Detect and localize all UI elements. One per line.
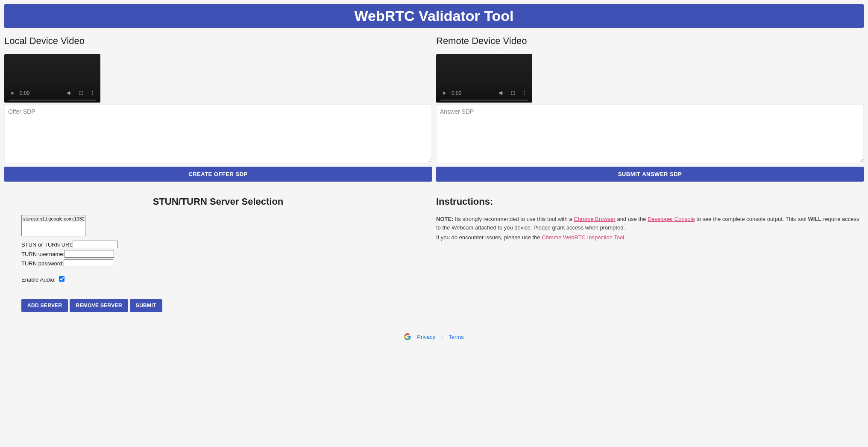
add-server-button[interactable]: ADD SERVER: [21, 299, 68, 312]
more-icon[interactable]: [88, 89, 96, 97]
more-icon[interactable]: [520, 89, 528, 97]
submit-answer-sdp-button[interactable]: SUBMIT ANSWER SDP: [436, 167, 864, 182]
google-logo-icon: [404, 333, 411, 340]
remote-video-time: 0:00: [452, 90, 461, 96]
offer-sdp-textarea[interactable]: [4, 104, 432, 163]
turn-password-label: TURN password:: [21, 260, 64, 267]
local-video-player[interactable]: 0:00: [4, 54, 100, 103]
page-title-bar: WebRTC Validator Tool: [4, 4, 864, 28]
instr-text-5: If you do encounter issues, please use t…: [436, 234, 542, 241]
instr-strong-will: WILL: [808, 216, 822, 222]
remote-video-progress[interactable]: [440, 100, 528, 101]
note-label: NOTE:: [436, 216, 453, 222]
local-column: Local Device Video 0:00: [4, 35, 432, 312]
stun-turn-uri-input[interactable]: [73, 241, 118, 248]
local-video-heading: Local Device Video: [4, 35, 432, 47]
svg-point-5: [524, 94, 525, 95]
instr-text-2: and use the: [616, 216, 648, 222]
remote-video-player[interactable]: 0:00: [436, 54, 532, 103]
fullscreen-icon[interactable]: [77, 89, 85, 97]
privacy-link[interactable]: Privacy: [417, 334, 435, 340]
server-selection-heading: STUN/TURN Server Selection: [4, 196, 432, 207]
remote-video-heading: Remote Device Video: [436, 35, 864, 47]
svg-point-1: [92, 93, 93, 94]
local-video-progress[interactable]: [9, 100, 96, 101]
remote-column: Remote Device Video 0:00: [436, 35, 864, 312]
answer-sdp-textarea[interactable]: [436, 104, 864, 163]
play-icon[interactable]: [9, 89, 16, 97]
page-footer: Privacy | Terms: [4, 333, 864, 340]
page-title-text: WebRTC Validator Tool: [355, 8, 514, 24]
volume-icon[interactable]: [66, 89, 74, 97]
svg-point-3: [524, 91, 525, 92]
server-listbox[interactable]: stun:stun1.l.google.com:19302: [21, 215, 85, 236]
webrtc-inspection-tool-link[interactable]: Chrome WebRTC Inspection Tool: [542, 234, 624, 241]
instr-text-1: Its strongly recommended to use this too…: [453, 216, 574, 222]
enable-audio-label: Enable Audio:: [21, 276, 56, 283]
turn-username-input[interactable]: [65, 250, 114, 258]
turn-password-input[interactable]: [64, 259, 113, 267]
submit-server-button[interactable]: SUBMIT: [130, 299, 162, 312]
instructions-heading: Instructions:: [436, 196, 864, 207]
enable-audio-checkbox[interactable]: [59, 276, 65, 282]
play-icon[interactable]: [440, 89, 448, 97]
developer-console-link[interactable]: Developer Console: [648, 216, 695, 222]
footer-divider: |: [441, 334, 443, 340]
fullscreen-icon[interactable]: [509, 89, 517, 97]
server-list-item[interactable]: stun:stun1.l.google.com:19302: [22, 216, 85, 222]
instr-text-3: to see the complete console output. This…: [695, 216, 808, 222]
create-offer-sdp-button[interactable]: CREATE OFFER SDP: [4, 167, 432, 182]
uri-label: STUN or TURN URI:: [21, 241, 73, 248]
remove-server-button[interactable]: REMOVE SERVER: [70, 299, 128, 312]
svg-point-0: [92, 91, 93, 92]
chrome-browser-link[interactable]: Chrome Browser: [574, 216, 616, 222]
terms-link[interactable]: Terms: [449, 334, 463, 340]
instructions-body: NOTE: Its strongly recommended to use th…: [436, 215, 864, 242]
svg-point-2: [92, 94, 93, 95]
volume-icon[interactable]: [498, 89, 506, 97]
turn-username-label: TURN username:: [21, 251, 65, 257]
local-video-time: 0:00: [20, 90, 29, 96]
svg-point-4: [524, 93, 525, 94]
